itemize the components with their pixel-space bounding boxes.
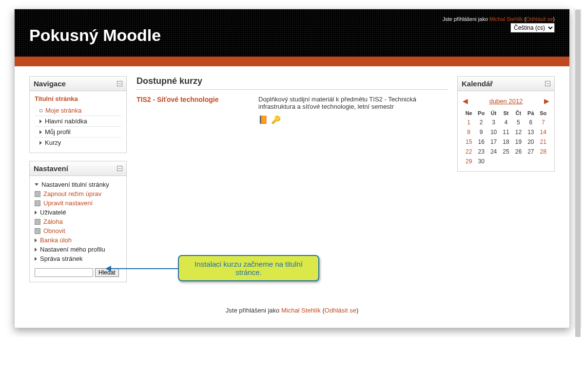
calendar-day-cell[interactable]: 6	[525, 118, 537, 127]
calendar-day-header: St	[500, 109, 512, 118]
collapse-icon[interactable]: –	[117, 166, 122, 171]
login-prefix: Jste přihlášeni jako	[226, 307, 281, 314]
header: Jste přihlášeni jako Michal Stehlík (Odh…	[15, 9, 569, 57]
guest-access-icon: 📙	[258, 115, 268, 124]
calendar-day-cell	[537, 157, 549, 166]
nav-item[interactable]: Moje stránka	[35, 105, 121, 116]
backup-icon	[35, 219, 40, 225]
calendar-next-icon[interactable]: ▶	[544, 97, 549, 105]
calendar-day-cell[interactable]: 8	[463, 127, 475, 137]
calendar-day-cell[interactable]: 7	[537, 118, 549, 127]
calendar-day-cell[interactable]: 1	[463, 118, 475, 127]
calendar-day-cell[interactable]: 26	[512, 147, 525, 157]
calendar-day-cell[interactable]: 20	[525, 137, 537, 147]
course-row: TIS2 - Síťové technologie Doplňkový stud…	[136, 89, 448, 131]
calendar-day-cell[interactable]: 23	[475, 147, 487, 157]
calendar-day-cell[interactable]: 25	[500, 147, 512, 157]
vertical-scrollbar[interactable]	[574, 9, 582, 328]
calendar-day-cell[interactable]: 22	[463, 147, 475, 157]
footer: Jste přihlášeni jako Michal Stehlík (Odh…	[15, 295, 569, 328]
calendar-title: Kalendář	[462, 79, 493, 88]
tree-item[interactable]: Uživatelé	[35, 208, 121, 217]
calendar-day-cell	[500, 157, 512, 166]
calendar-day-cell[interactable]: 29	[463, 157, 475, 166]
calendar-day-header: Út	[487, 109, 500, 118]
navigation-block: Navigace – Titulní stránka Moje stránka …	[29, 76, 127, 153]
calendar-prev-icon[interactable]: ◀	[463, 97, 468, 105]
footer-user-link[interactable]: Michal Stehlík	[281, 307, 321, 314]
calendar-day-cell[interactable]: 12	[512, 127, 525, 137]
accent-bar	[15, 57, 569, 66]
calendar-day-header: Pá	[525, 109, 537, 118]
caret-icon	[39, 141, 42, 145]
user-link[interactable]: Michal Stehlík	[489, 16, 523, 22]
edit-icon	[35, 191, 40, 197]
calendar-day-header: Čt	[512, 109, 525, 118]
collapse-icon[interactable]: –	[545, 81, 550, 86]
settings-icon	[35, 200, 40, 206]
tree-item[interactable]: Upravit nastavení	[35, 198, 121, 208]
annotation-arrow	[106, 268, 179, 269]
calendar-day-cell[interactable]: 3	[487, 118, 500, 127]
nav-home-link[interactable]: Titulní stránka	[35, 95, 78, 102]
nav-item[interactable]: Hlavní nabídka	[35, 116, 121, 126]
calendar-day-cell[interactable]: 28	[537, 147, 549, 157]
caret-icon	[35, 211, 37, 215]
caret-icon	[39, 119, 42, 123]
tree-item[interactable]: Nastavení mého profilu	[35, 245, 121, 254]
caret-icon	[39, 130, 42, 134]
calendar-day-cell	[487, 157, 500, 166]
calendar-day-cell[interactable]: 4	[500, 118, 512, 127]
nav-item[interactable]: Můj profil	[35, 126, 121, 137]
settings-search-input[interactable]	[35, 268, 93, 277]
calendar-day-cell[interactable]: 19	[512, 137, 525, 147]
calendar-day-cell[interactable]: 13	[525, 127, 537, 137]
footer-logout-link[interactable]: Odhlásit se	[325, 307, 356, 314]
calendar-day-cell[interactable]: 17	[487, 137, 500, 147]
calendar-day-cell[interactable]: 16	[475, 137, 487, 147]
calendar-day-cell[interactable]: 30	[475, 157, 487, 166]
course-link[interactable]: TIS2 - Síťové technologie	[136, 96, 219, 103]
calendar-month[interactable]: duben 2012	[489, 98, 523, 105]
calendar-day-header: Po	[475, 109, 487, 118]
calendar-day-cell[interactable]: 9	[475, 127, 487, 137]
logout-link[interactable]: Odhlásit se	[526, 16, 553, 22]
collapse-icon[interactable]: –	[117, 81, 122, 86]
calendar-table: NePoÚtStČtPáSo 1234567891011121314151617…	[463, 109, 549, 166]
tree-item[interactable]: Banka úloh	[35, 235, 121, 245]
caret-down-icon	[35, 183, 39, 186]
tree-item-restore[interactable]: Obnovit	[35, 226, 121, 235]
calendar-day-cell[interactable]: 14	[537, 127, 549, 137]
settings-title: Nastavení	[34, 164, 68, 173]
calendar-day-cell[interactable]: 11	[500, 127, 512, 137]
calendar-day-cell[interactable]: 10	[487, 127, 500, 137]
tree-item[interactable]: Zapnout režim úprav	[35, 189, 121, 198]
self-enrol-icon: 🔑	[271, 115, 281, 124]
language-select[interactable]: Čeština (cs)	[510, 23, 555, 33]
caret-icon	[35, 257, 37, 261]
calendar-day-cell[interactable]: 27	[525, 147, 537, 157]
course-description: Doplňkový studijní materiál k předmětu T…	[258, 96, 448, 110]
calendar-day-cell[interactable]: 24	[487, 147, 500, 157]
bullet-icon	[39, 109, 42, 112]
calendar-day-cell[interactable]: 2	[475, 118, 487, 127]
calendar-day-cell[interactable]: 15	[463, 137, 475, 147]
calendar-block: Kalendář – ◀ duben 2012 ▶ NePoÚtStČtPáSo…	[457, 76, 555, 172]
calendar-day-cell[interactable]: 5	[512, 118, 525, 127]
restore-icon	[35, 228, 40, 234]
scrollbar-thumb[interactable]	[575, 10, 581, 337]
calendar-day-cell	[512, 157, 525, 166]
available-courses-heading: Dostupné kurzy	[136, 76, 448, 86]
tree-item[interactable]: Záloha	[35, 217, 121, 226]
calendar-day-cell[interactable]: 21	[537, 137, 549, 147]
language-selector[interactable]: Čeština (cs)	[510, 23, 555, 33]
tree-item[interactable]: Nastavení titulní stránky	[35, 180, 121, 189]
calendar-day-header: Ne	[463, 109, 475, 118]
site-title: Pokusný Moodle	[29, 26, 555, 45]
caret-icon	[35, 238, 37, 242]
calendar-day-cell[interactable]: 18	[500, 137, 512, 147]
calendar-day-cell	[525, 157, 537, 166]
tree-item[interactable]: Správa stránek	[35, 254, 121, 263]
navigation-title: Navigace	[34, 79, 66, 88]
nav-item[interactable]: Kurzy	[35, 137, 121, 148]
